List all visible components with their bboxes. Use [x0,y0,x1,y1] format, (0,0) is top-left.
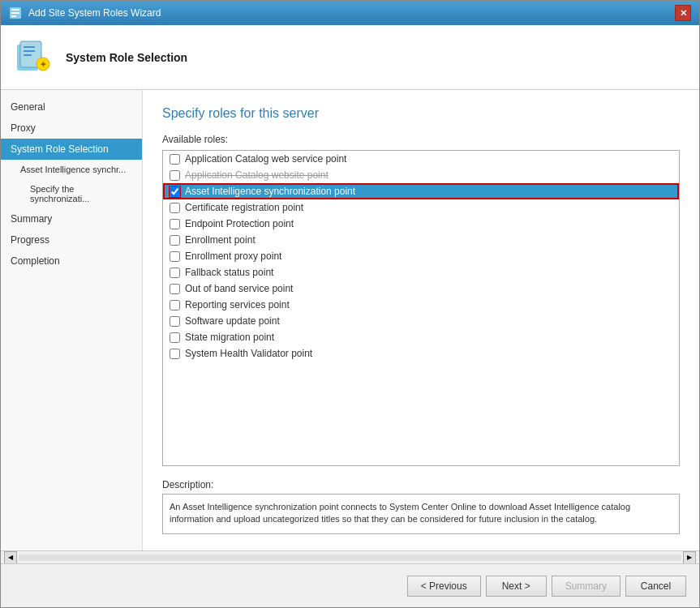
role-label-software-update: Software update point [185,315,280,327]
page-title: Specify roles for this server [162,106,680,121]
role-checkbox-asset-intelligence-sync[interactable] [170,186,180,197]
content-area: General Proxy System Role Selection Asse… [1,90,699,550]
roles-list[interactable]: Application Catalog web service point Ap… [162,150,680,466]
cancel-button[interactable]: Cancel [625,576,686,597]
role-label-reporting-services: Reporting services point [185,299,290,310]
role-label-system-health: System Health Validator point [185,348,312,359]
role-checkbox-app-catalog-website[interactable] [170,170,180,181]
svg-rect-8 [24,54,32,56]
role-checkbox-system-health[interactable] [170,349,180,359]
role-label-state-migration: State migration point [185,332,274,343]
role-item-fallback-status[interactable]: Fallback status point [163,264,679,280]
role-label-asset-intelligence-sync: Asset Intelligence synchronization point [185,186,355,197]
role-item-state-migration[interactable]: State migration point [163,329,679,345]
role-item-out-of-band[interactable]: Out of band service point [163,280,679,297]
previous-button[interactable]: < Previous [407,576,481,597]
close-button[interactable]: ✕ [675,5,691,21]
role-checkbox-reporting-services[interactable] [170,300,180,310]
role-checkbox-endpoint-protection[interactable] [170,219,180,229]
role-label-fallback-status: Fallback status point [185,267,273,278]
main-window: Add Site System Roles Wizard ✕ ✦ System … [0,0,700,608]
role-checkbox-enrollment[interactable] [170,235,180,246]
role-checkbox-out-of-band[interactable] [170,284,180,294]
svg-rect-1 [11,9,19,11]
svg-rect-6 [24,46,35,48]
role-item-app-catalog-website[interactable]: Application Catalog website point [163,167,679,183]
footer: < Previous Next > Summary Cancel [1,563,699,607]
sidebar-item-asset-intelligence[interactable]: Asset Intelligence synchr... [1,160,142,179]
role-checkbox-state-migration[interactable] [170,332,180,343]
sidebar-item-completion[interactable]: Completion [1,250,142,272]
next-button[interactable]: Next > [486,576,547,597]
role-label-app-catalog-website: Application Catalog website point [185,169,329,181]
summary-button[interactable]: Summary [552,576,621,597]
role-item-enrollment[interactable]: Enrollment point [163,232,679,248]
description-box: An Asset Intelligence synchronization po… [162,494,680,534]
scroll-track[interactable] [19,554,681,561]
role-label-app-catalog-web: Application Catalog web service point [185,153,346,165]
role-item-cert-reg[interactable]: Certificate registration point [163,199,679,216]
window-title: Add Site System Roles Wizard [28,7,161,19]
role-item-enrollment-proxy[interactable]: Enrollment proxy point [163,248,679,264]
role-label-enrollment-proxy: Enrollment proxy point [185,250,281,262]
scrollbar-area: ◀ ▶ [1,550,699,563]
role-checkbox-software-update[interactable] [170,316,180,327]
role-item-reporting-services[interactable]: Reporting services point [163,297,679,313]
scroll-left-arrow[interactable]: ◀ [4,551,17,564]
role-item-software-update[interactable]: Software update point [163,313,679,329]
main-content: Specify roles for this server Available … [143,90,699,550]
svg-rect-2 [11,12,19,14]
role-checkbox-cert-reg[interactable] [170,203,180,213]
role-label-cert-reg: Certificate registration point [185,202,303,213]
role-label-out-of-band: Out of band service point [185,283,293,294]
description-section: Description: An Asset Intelligence synch… [162,479,680,534]
role-label-enrollment: Enrollment point [185,234,256,246]
sidebar-item-proxy[interactable]: Proxy [1,118,142,139]
app-icon [9,6,22,19]
role-label-endpoint-protection: Endpoint Protection point [185,218,294,229]
svg-text:✦: ✦ [40,60,47,69]
role-item-asset-intelligence-sync[interactable]: Asset Intelligence synchronization point [163,183,679,199]
role-item-endpoint-protection[interactable]: Endpoint Protection point [163,216,679,232]
role-checkbox-fallback-status[interactable] [170,268,180,278]
role-checkbox-app-catalog-web[interactable] [170,154,180,165]
sidebar-item-general[interactable]: General [1,96,142,118]
svg-rect-7 [24,50,35,52]
sidebar: General Proxy System Role Selection Asse… [1,90,143,550]
sidebar-item-system-role-selection[interactable]: System Role Selection [1,139,142,160]
role-item-app-catalog-web[interactable]: Application Catalog web service point [163,151,679,167]
available-roles-label: Available roles: [162,134,680,145]
description-label: Description: [162,479,680,490]
wizard-icon: ✦ [14,38,53,77]
title-bar-left: Add Site System Roles Wizard [9,6,161,19]
svg-rect-3 [11,15,16,17]
sidebar-item-summary[interactable]: Summary [1,208,142,229]
scroll-right-arrow[interactable]: ▶ [683,551,696,564]
sidebar-item-progress[interactable]: Progress [1,229,142,250]
title-bar: Add Site System Roles Wizard ✕ [1,1,699,25]
header-section: ✦ System Role Selection [1,25,699,90]
role-item-system-health[interactable]: System Health Validator point [163,345,679,362]
role-checkbox-enrollment-proxy[interactable] [170,251,180,262]
sidebar-item-specify-sync[interactable]: Specify the synchronizati... [1,179,142,208]
header-title: System Role Selection [66,51,187,64]
description-text: An Asset Intelligence synchronization po… [170,502,630,524]
